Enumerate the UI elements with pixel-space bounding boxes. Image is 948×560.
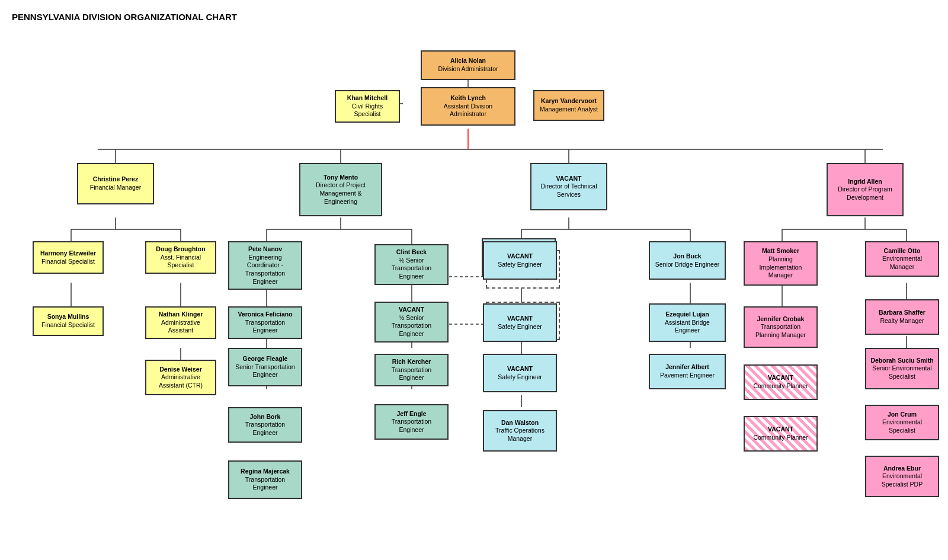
- khan-node: Khan Mitchell Civil Rights Specialist: [335, 90, 400, 123]
- christine-node: Christine Perez Financial Manager: [77, 163, 154, 204]
- deborah-node: Deborah Suciu Smith Senior Environmental…: [865, 348, 939, 389]
- ingrid-node: Ingrid Allen Director of Program Develop…: [827, 163, 904, 216]
- vacant-community1-node: VACANT Community Planner: [744, 364, 818, 400]
- andrea-node: Andrea Ebur Environmental Specialist PDP: [865, 456, 939, 497]
- karyn-node: Karyn Vandervoort Management Analyst: [533, 90, 604, 121]
- jon-crum-node: Jon Crum Environmental Specialist: [865, 405, 939, 440]
- page-title: PENNSYLVANIA DIVISION ORGANIZATIONAL CHA…: [12, 12, 936, 22]
- barbara-node: Barbara Shaffer Realty Manager: [865, 299, 939, 335]
- veronica-node: Veronica Feliciano Transportation Engine…: [228, 306, 302, 339]
- denise-node: Denise Weiser Administrative Assistant (…: [145, 360, 216, 395]
- john-bork-node: John Bork Transportation Engineer: [228, 407, 302, 443]
- jeff-node: Jeff Engle Transportation Engineer: [374, 404, 449, 440]
- nathan-node: Nathan Klinger Administrative Assistant: [145, 306, 216, 339]
- vacant-community2-node: VACANT Community Planner: [744, 416, 818, 452]
- jennifer-albert-node: Jennifer Albert Pavement Engineer: [649, 354, 726, 389]
- alicia-node: Alicia Nolan Division Administrator: [421, 50, 515, 80]
- vacant-safety-mid-node: VACANT Safety Engineer: [483, 303, 557, 342]
- sonya-node: Sonya Mullins Financial Specialist: [33, 306, 104, 336]
- pete-node: Pete Nanov Engineering Coordinator - Tra…: [228, 241, 302, 290]
- vacant-safety-bot-node: VACANT Safety Engineer: [483, 354, 557, 392]
- keith-node: Keith Lynch Assistant Division Administr…: [421, 87, 515, 126]
- tony-node: Tony Mento Director of Project Managemen…: [299, 163, 382, 216]
- jon-buck-node: Jon Buck Senior Bridge Engineer: [649, 241, 726, 280]
- regina-node: Regina Majercak Transportation Engineer: [228, 460, 302, 499]
- vacant-tech-node: VACANT Director of Technical Services: [530, 163, 607, 210]
- camille-node: Camille Otto Environmental Manager: [865, 241, 939, 277]
- clint-node: Clint Beck ½ Senior Transportation Engin…: [374, 244, 449, 285]
- matt-node: Matt Smoker Planning Implementation Mana…: [744, 241, 818, 286]
- dan-node: Dan Walston Traffic Operations Manager: [483, 410, 557, 452]
- harmony-node: Harmony Etzweiler Financial Specialist: [33, 241, 104, 274]
- jennifer-crobak-node: Jennifer Crobak Transportation Planning …: [744, 306, 818, 348]
- rich-node: Rich Kercher Transportation Engineer: [374, 354, 449, 386]
- george-node: George Fleagle Senior Transportation Eng…: [228, 348, 302, 386]
- vacant-half-senior-node: VACANT ½ Senior Transportation Engineer: [374, 302, 449, 343]
- doug-node: Doug Broughton Asst. Financial Specialis…: [145, 241, 216, 274]
- ezequiel-node: Ezequiel Lujan Assistant Bridge Engineer: [649, 303, 726, 342]
- vacant-safety-top-node: VACANT Safety Engineer: [483, 241, 557, 280]
